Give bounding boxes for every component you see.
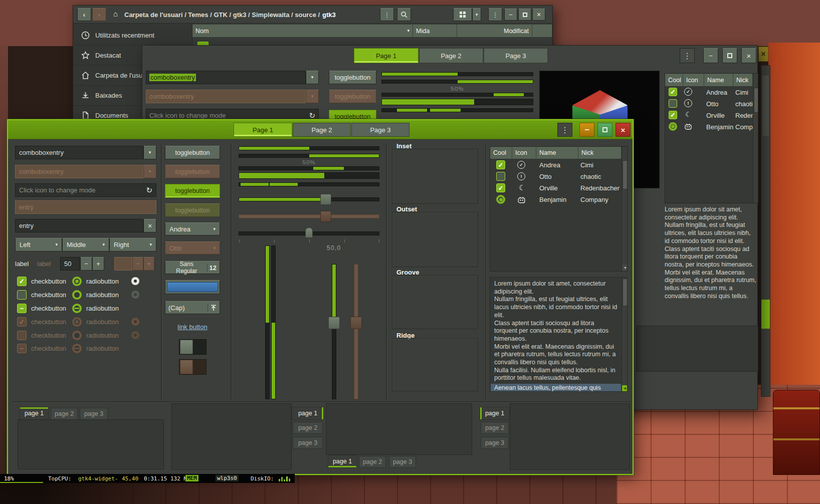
breadcrumb[interactable]: Carpeta de l'usuari / Temes / GTK / gtk3… [124,6,336,24]
switch-off[interactable] [179,339,207,355]
tree-header-name[interactable]: Name [704,74,733,87]
clear-entry-button[interactable]: × [143,219,156,232]
notebook1-tab-page1[interactable]: page 1 [20,407,49,420]
menu-dots-button[interactable]: ⋮ [380,8,394,21]
tab-page2[interactable]: Page 2 [293,123,351,137]
togglebutton[interactable]: togglebutton [329,71,376,84]
link-button[interactable]: link button [165,322,220,331]
togglebutton-active[interactable]: togglebutton [165,184,220,198]
scrollbar-thumb[interactable] [754,88,758,113]
table-row[interactable]: ✓ ☾ Orville Redenbacher [665,110,753,121]
close-button[interactable]: × [532,9,545,21]
file-chooser-button[interactable]: (Cap) [165,301,220,314]
radiobutton-label[interactable]: radiobutton [86,291,119,299]
tree-scrollbar[interactable] [753,74,758,203]
togglebutton[interactable]: togglebutton [165,146,220,159]
cool-checkbox[interactable] [496,172,505,181]
column-header-modified[interactable]: Modificat [457,25,532,38]
scrollbar-thumb[interactable] [623,279,628,306]
lorem-textview[interactable]: Lorem ipsum dolor sit amet, consectetur … [665,206,757,322]
tab-page1[interactable]: Page 1 [354,48,419,63]
icon-entry[interactable]: Click icon to change mode ↻ [15,183,156,197]
hamburger-dots-button[interactable]: ⋮ [488,8,502,21]
column-header-size[interactable]: Mida [413,25,457,38]
background-close-button[interactable]: × [758,47,768,62]
cool-radio[interactable] [496,195,505,204]
checkbutton-label[interactable]: checkbutton [31,291,66,299]
cool-radio[interactable] [669,122,677,131]
background-scrollbar[interactable] [761,65,770,397]
spin-plus-button[interactable]: + [92,257,104,271]
back-button[interactable]: ‹ [77,8,91,21]
spin-minus-button[interactable]: − [80,257,92,271]
notebook3-tab-page1[interactable]: page 1 [328,455,357,468]
table-row[interactable]: ✓ ✓ Andrea Cimi [490,159,622,171]
notebook1-tab-page3[interactable]: page 3 [80,408,108,420]
notebook4-tab-page3[interactable]: page 3 [481,437,509,449]
tab-page2[interactable]: Page 2 [419,48,483,63]
breadcrumb-path[interactable]: Carpeta de l'usuari / Temes / GTK / gtk3… [124,11,320,19]
notebook2-tab-page1[interactable]: page 1 [292,407,324,420]
marked-scale-handle[interactable] [305,227,313,238]
cool-checkbox[interactable]: ✓ [669,88,677,96]
table-row[interactable]: Benjamin Company [665,121,753,133]
notebook3-tab-page3[interactable]: page 3 [389,456,416,468]
tree-header-name[interactable]: Name [536,147,578,159]
mini-radio-on[interactable] [131,277,139,285]
font-button[interactable]: Sans Regular 12 [165,261,220,274]
align-combo-right[interactable]: Right▾ [109,238,156,251]
tree-header-nick[interactable]: Nick [578,147,622,159]
tree-scrollbar[interactable]: ▼ [622,147,628,272]
sidebar-item-recent[interactable]: Utilitzats recentment [73,26,192,46]
close-button[interactable]: × [741,48,756,63]
notebook3-tab-page2[interactable]: page 2 [359,456,386,468]
comboboxentry-dropdown[interactable]: ▾ [306,71,319,84]
checkbox-unchecked[interactable] [17,290,27,300]
menu-dots-button[interactable]: ⋮ [557,123,572,137]
scrollbar-thumb[interactable] [762,76,769,136]
notebook2-tab-page2[interactable]: page 2 [293,422,323,434]
tree-header-nick[interactable]: Nick [733,74,753,87]
maximize-button[interactable] [597,123,612,137]
refresh-icon[interactable]: ↻ [309,111,315,120]
cool-checkbox[interactable] [669,99,677,108]
vertical-scale-trough[interactable] [332,264,336,399]
align-combo-left[interactable]: Left▾ [15,238,62,251]
scale-handle[interactable] [320,194,331,205]
scrollbar-thumb[interactable] [623,160,628,189]
table-row[interactable]: ✓ ☾ Orville Redenbacher [490,182,622,194]
color-button[interactable] [165,280,220,294]
lorem-textview[interactable]: Lorem ipsum dolor sit amet, consectetur … [490,277,628,392]
radiobutton-label[interactable]: radiobutton [86,278,119,285]
comboboxentry[interactable]: comboboxentry [146,71,306,84]
checkbutton-label[interactable]: checkbutton [31,305,66,312]
maximize-button[interactable] [722,48,737,63]
mini-radio-dim[interactable] [131,291,139,299]
scroll-down-button[interactable]: ▼ [622,265,628,271]
table-row[interactable]: ✓ ✓ Andrea Cimi [665,87,753,98]
table-row[interactable]: ! Otto chaotic [665,98,753,110]
tab-page3[interactable]: Page 3 [484,48,548,63]
view-dropdown-button[interactable]: ▾ [472,8,481,21]
forward-button[interactable]: › [92,8,106,21]
notebook1-tab-page2[interactable]: page 2 [51,408,78,420]
titlebar[interactable]: Page 1 Page 2 Page 3 ⋮ − × [8,120,633,139]
notebook2-tab-page3[interactable]: page 3 [293,437,323,449]
treeview[interactable]: Cool Icon Name Nick ✓ ✓ Andrea Cimi ! Ot… [490,146,628,272]
radiobutton-label[interactable]: radiobutton [86,305,119,312]
tree-header-icon[interactable]: Icon [512,147,536,159]
checkbox-indeterminate[interactable]: − [17,304,27,313]
tab-page1[interactable]: Page 1 [234,123,292,137]
text-scrollbar[interactable]: ▼ [622,278,628,392]
cool-checkbox[interactable]: ✓ [496,160,505,169]
radio-selected[interactable] [72,277,82,286]
tree-header-cool[interactable]: Cool [665,74,683,87]
close-button[interactable]: × [616,123,631,137]
entry[interactable]: entry [15,219,143,232]
comboboxentry[interactable]: comboboxentry [15,146,143,159]
align-combo-middle[interactable]: Middle▾ [62,238,109,251]
radio-indeterminate[interactable] [72,304,82,313]
table-row[interactable]: ! Otto chaotic [490,171,622,182]
tab-page3[interactable]: Page 3 [351,123,409,137]
tree-header-cool[interactable]: Cool [490,147,512,159]
